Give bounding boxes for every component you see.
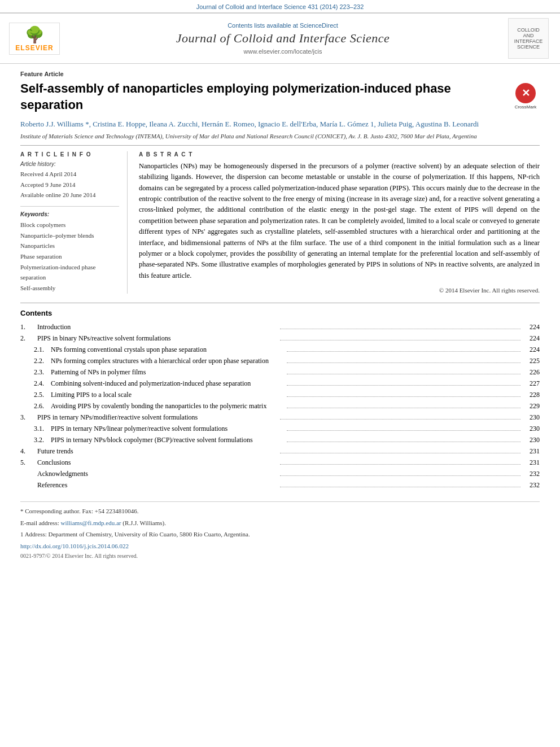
toc-label: NPs forming conventional crystals upon p…: [51, 344, 285, 355]
toc-dots: [280, 453, 520, 453]
toc-item: 3.2. PIPS in ternary NPs/block copolymer…: [34, 435, 540, 445]
sciencedirect-text: Contents lists available at ScienceDirec…: [65, 22, 500, 29]
elsevier-tree-icon: 🌳: [25, 25, 45, 44]
crossmark-icon: ✕: [515, 83, 536, 103]
toc-item: 1. Introduction 224: [20, 322, 540, 332]
abstract-text: Nanoparticles (NPs) may be homogeneously…: [139, 161, 540, 281]
toc-item: 2.5. Limiting PIPS to a local scale 228: [34, 390, 540, 400]
address-text: 1 Address: Department of Chemistry, Univ…: [20, 531, 250, 538]
toc-number: 5.: [20, 457, 37, 468]
toc-dots: [287, 385, 520, 386]
article-info-column: A R T I C L E I N F O Article history: R…: [20, 151, 128, 294]
toc-number: 2.: [20, 333, 37, 343]
keywords-section: Keywords: Block copolymers Nanoparticle–…: [20, 211, 119, 294]
keyword-2: Nanoparticle–polymer blends: [20, 230, 119, 241]
toc-item: 5. Conclusions 231: [20, 457, 540, 468]
article-info-header: A R T I C L E I N F O: [20, 151, 119, 158]
toc-dots: [287, 374, 520, 374]
author-names: Roberto J.J. Williams *, Cristina E. Hop…: [20, 120, 479, 128]
keyword-5: Polymerization-induced phase separation: [20, 262, 119, 283]
toc-dots: [280, 419, 520, 420]
toc-dots: [280, 340, 520, 340]
toc-label: NPs forming complex structures with a hi…: [51, 356, 285, 366]
toc-number: 1.: [20, 322, 37, 332]
crossmark-label: CrossMark: [515, 104, 537, 110]
corresponding-text: * Corresponding author. Fax: +54 2234810…: [20, 508, 138, 514]
article-body: Feature Article Self-assembly of nanopar…: [0, 64, 560, 568]
contents-section: Contents 1. Introduction 224 2. PIPS in …: [20, 303, 540, 490]
toc-page: 225: [523, 356, 540, 366]
toc-number: 2.5.: [34, 390, 51, 400]
toc-page: 224: [523, 333, 540, 343]
article-history-section: Article history: Received 4 April 2014 A…: [20, 161, 119, 200]
toc-dots: [287, 442, 520, 442]
toc-dots: [287, 351, 520, 352]
toc-number: 3.: [20, 412, 37, 422]
toc-label: Limiting PIPS to a local scale: [51, 390, 285, 400]
accepted-text: Accepted 9 June 2014: [20, 180, 119, 190]
toc-page: 224: [523, 322, 540, 332]
email-link[interactable]: williams@fi.mdp.edu.ar: [60, 519, 121, 526]
toc-dots: [287, 430, 520, 431]
toc-item: 2.1. NPs forming conventional crystals u…: [34, 344, 540, 355]
toc-label: PIPS in ternary NPs/linear polymer/react…: [51, 423, 285, 434]
toc-dots: [287, 362, 520, 363]
article-category: Feature Article: [20, 71, 540, 77]
toc-label: Acknowledgments: [37, 469, 278, 479]
journal-center: Contents lists available at ScienceDirec…: [65, 22, 500, 55]
toc-list: 1. Introduction 224 2. PIPS in binary NP…: [20, 322, 540, 490]
journal-title: Journal of Colloid and Interface Science: [65, 31, 500, 46]
journal-logo-right: COLLOIDANDINTERFACESCIENCE: [506, 18, 551, 59]
toc-label: PIPS in ternary NPs/block copolymer (BCP…: [51, 435, 285, 445]
authors: Roberto J.J. Williams *, Cristina E. Hop…: [20, 119, 540, 130]
journal-logo-box: COLLOIDANDINTERFACESCIENCE: [508, 18, 549, 59]
toc-page: 229: [523, 401, 540, 411]
footer-copyright: 0021-9797/© 2014 Elsevier Inc. All right…: [20, 553, 540, 559]
email-note-text: (R.J.J. Williams).: [123, 519, 166, 526]
toc-item: 2.4. Combining solvent-induced and polym…: [34, 378, 540, 388]
toc-label: Avoiding PIPS by covalently bonding the …: [51, 401, 285, 411]
toc-number: 3.1.: [34, 423, 51, 434]
toc-label: Introduction: [37, 322, 278, 332]
toc-page: 231: [523, 446, 540, 456]
toc-number: 4.: [20, 446, 37, 456]
elsevier-logo-left: 🌳 ELSEVIER: [9, 23, 60, 55]
toc-page: 230: [523, 412, 540, 422]
toc-item: 2.2. NPs forming complex structures with…: [34, 356, 540, 366]
abstract-header: A B S T R A C T: [139, 151, 540, 158]
toc-item: 2.3. Patterning of NPs in polymer films …: [34, 367, 540, 377]
contents-title: Contents: [20, 309, 540, 317]
corresponding-note: * Corresponding author. Fax: +54 2234810…: [20, 506, 540, 516]
toc-page: 231: [523, 457, 540, 468]
toc-page: 230: [523, 435, 540, 445]
toc-dots: [280, 329, 520, 329]
toc-label: Future trends: [37, 446, 278, 456]
toc-page: 230: [523, 423, 540, 434]
toc-item: 3. PIPS in ternary NPs/modifier/reactive…: [20, 412, 540, 422]
toc-page: 232: [523, 480, 540, 490]
keyword-6: Self-assembly: [20, 283, 119, 294]
toc-page: 228: [523, 390, 540, 400]
toc-label: References: [37, 480, 278, 490]
toc-number: 2.3.: [34, 367, 51, 377]
elsevier-brand-text: ELSEVIER: [15, 44, 53, 52]
journal-url: www.elsevier.com/locate/jcis: [65, 48, 500, 55]
email-note: E-mail address: williams@fi.mdp.edu.ar (…: [20, 518, 540, 528]
toc-item: Acknowledgments 232: [20, 469, 540, 479]
toc-number: 2.1.: [34, 344, 51, 355]
toc-item: 2.6. Avoiding PIPS by covalently bonding…: [34, 401, 540, 411]
toc-label: Patterning of NPs in polymer films: [51, 367, 285, 377]
toc-item: References 232: [20, 480, 540, 490]
doi-link[interactable]: http://dx.doi.org/10.1016/j.jcis.2014.06…: [20, 543, 129, 549]
doi-item: http://dx.doi.org/10.1016/j.jcis.2014.06…: [20, 541, 540, 551]
toc-number: 2.2.: [34, 356, 51, 366]
toc-item: 3.1. PIPS in ternary NPs/linear polymer/…: [34, 423, 540, 434]
two-column-layout: A R T I C L E I N F O Article history: R…: [20, 151, 540, 294]
toc-label: PIPS in ternary NPs/modifier/reactive so…: [37, 412, 278, 422]
toc-page: 224: [523, 344, 540, 355]
toc-dots: [280, 487, 520, 487]
address-note: 1 Address: Department of Chemistry, Univ…: [20, 530, 540, 539]
toc-page: 226: [523, 367, 540, 377]
journal-citation: Journal of Colloid and Interface Science…: [0, 0, 560, 12]
article-title: Self-assembly of nanoparticles employing…: [20, 81, 483, 113]
